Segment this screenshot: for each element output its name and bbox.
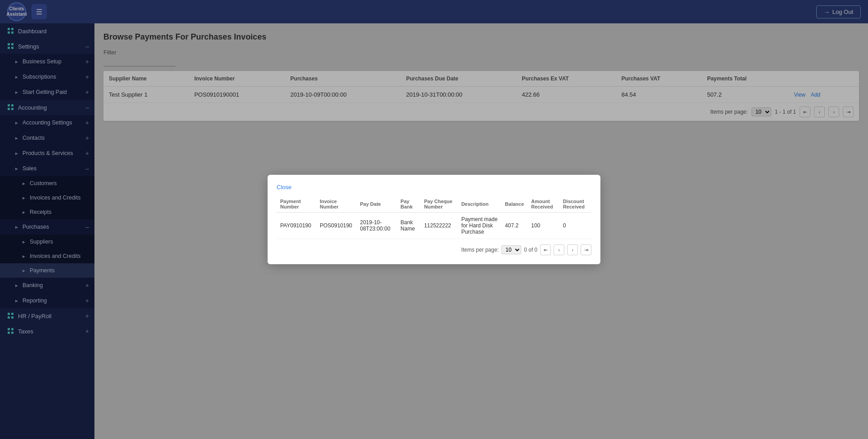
modal-col-balance: Balance [501,196,528,213]
modal: Close Payment Number Invoice Number Pay … [268,175,600,264]
modal-items-per-page-label: Items per page: [461,247,499,253]
modal-overlay: Close Payment Number Invoice Number Pay … [94,23,868,439]
modal-col-description: Description [458,196,501,213]
modal-col-pay-bank: Pay Bank [397,196,421,213]
modal-col-payment-number: Payment Number [277,196,316,213]
modal-col-pay-cheque: Pay Cheque Number [421,196,458,213]
modal-next-page-button[interactable]: › [567,244,578,255]
modal-cell-pay-date: 2019-10-08T23:00:00 [356,213,397,239]
modal-col-discount-received: Discount Received [559,196,591,213]
modal-cell-amount-received: 100 [528,213,559,239]
modal-cell-discount-received: 0 [559,213,591,239]
modal-col-amount-received: Amount Received [528,196,559,213]
modal-items-per-page-select[interactable]: 10 25 50 [501,245,521,254]
modal-cell-payment-number: PAY0910190 [277,213,316,239]
modal-prev-page-button[interactable]: ‹ [554,244,564,255]
modal-close-button[interactable]: Close [277,184,291,191]
modal-page-range: 0 of 0 [524,247,537,253]
modal-cell-pay-cheque: 112522222 [421,213,458,239]
modal-first-page-button[interactable]: ⇤ [540,244,551,255]
modal-pagination: Items per page: 10 25 50 0 of 0 ⇤ ‹ › ⇥ [277,241,591,255]
modal-cell-description: Payment made for Hard Disk Purchase [458,213,501,239]
layout: Dashboard Settings – ► Business Setup + [0,23,868,439]
modal-last-page-button[interactable]: ⇥ [581,244,591,255]
modal-cell-invoice-number: POS0910190 [316,213,357,239]
modal-cell-pay-bank: Bank Name [397,213,421,239]
main-content: Browse Payments For Purchases Invoices F… [94,23,868,439]
modal-col-pay-date: Pay Date [356,196,397,213]
modal-cell-balance: 407.2 [501,213,528,239]
modal-col-invoice-number: Invoice Number [316,196,357,213]
modal-table: Payment Number Invoice Number Pay Date P… [277,196,591,239]
modal-table-row: PAY0910190 POS0910190 2019-10-08T23:00:0… [277,213,591,239]
